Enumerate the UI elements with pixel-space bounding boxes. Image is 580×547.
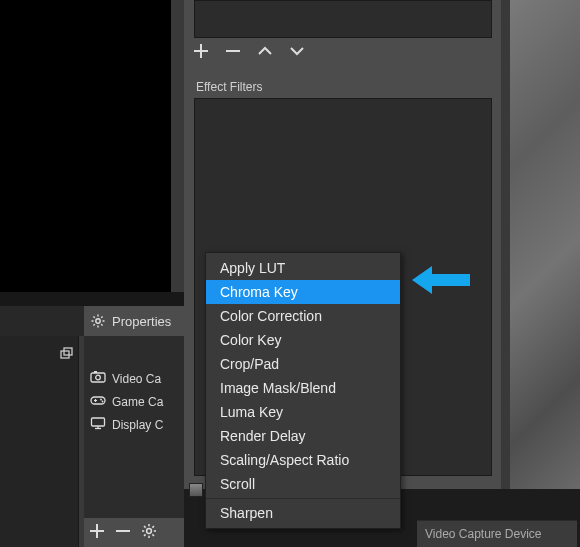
menu-item-scroll[interactable]: Scroll xyxy=(206,472,400,496)
video-capture-device-panel[interactable]: Video Capture Device xyxy=(417,520,577,547)
annotation-arrow-icon xyxy=(412,266,470,294)
preview-right xyxy=(510,0,580,489)
gamepad-icon xyxy=(90,393,106,410)
svg-point-8 xyxy=(102,401,104,403)
menu-item-chroma-key[interactable]: Chroma Key xyxy=(206,280,400,304)
monitor-icon xyxy=(90,416,106,433)
gear-icon[interactable] xyxy=(140,522,158,543)
svg-point-4 xyxy=(96,375,101,380)
panel-title: Video Capture Device xyxy=(425,527,542,541)
audio-filters-listbox[interactable] xyxy=(194,0,492,38)
svg-point-0 xyxy=(96,319,100,323)
menu-item-apply-lut[interactable]: Apply LUT xyxy=(206,256,400,280)
filter-controls-row xyxy=(192,42,306,63)
bottom-toolbar xyxy=(88,522,158,543)
source-label: Game Ca xyxy=(112,395,163,409)
menu-separator xyxy=(206,498,400,499)
restore-panel-icon[interactable] xyxy=(58,346,74,362)
source-item-display-capture[interactable]: Display C xyxy=(84,413,184,436)
menu-item-render-delay[interactable]: Render Delay xyxy=(206,424,400,448)
source-label: Display C xyxy=(112,418,163,432)
properties-tab[interactable]: Properties xyxy=(84,306,184,336)
move-down-icon[interactable] xyxy=(288,42,306,63)
svg-rect-9 xyxy=(92,418,105,426)
add-filter-context-menu: Apply LUT Chroma Key Color Correction Co… xyxy=(205,252,401,529)
effect-filters-label: Effect Filters xyxy=(196,80,262,94)
remove-icon[interactable] xyxy=(114,522,132,543)
filter-thumb-icon xyxy=(189,483,203,497)
svg-rect-5 xyxy=(94,371,97,373)
remove-icon[interactable] xyxy=(224,42,242,63)
menu-item-sharpen[interactable]: Sharpen xyxy=(206,501,400,525)
vertical-separator xyxy=(78,336,79,547)
sources-list: Video Ca Game Ca Display C xyxy=(84,367,184,436)
properties-label: Properties xyxy=(112,314,171,329)
move-up-icon[interactable] xyxy=(256,42,274,63)
source-label: Video Ca xyxy=(112,372,161,386)
menu-item-crop-pad[interactable]: Crop/Pad xyxy=(206,352,400,376)
left-darkfill xyxy=(0,336,78,547)
menu-item-scaling-aspect[interactable]: Scaling/Aspect Ratio xyxy=(206,448,400,472)
preview-left xyxy=(0,0,171,292)
svg-point-7 xyxy=(100,399,102,401)
menu-item-color-correction[interactable]: Color Correction xyxy=(206,304,400,328)
add-icon[interactable] xyxy=(192,42,210,63)
svg-rect-6 xyxy=(91,397,105,404)
gear-icon xyxy=(90,313,106,329)
menu-item-luma-key[interactable]: Luma Key xyxy=(206,400,400,424)
source-item-game-capture[interactable]: Game Ca xyxy=(84,390,184,413)
svg-point-10 xyxy=(147,529,152,534)
camera-icon xyxy=(90,370,106,387)
add-icon[interactable] xyxy=(88,522,106,543)
menu-item-image-mask-blend[interactable]: Image Mask/Blend xyxy=(206,376,400,400)
left-panel-blank xyxy=(0,306,84,336)
separator-dark xyxy=(0,292,184,306)
svg-rect-3 xyxy=(91,373,105,382)
source-item-video-capture[interactable]: Video Ca xyxy=(84,367,184,390)
menu-item-color-key[interactable]: Color Key xyxy=(206,328,400,352)
